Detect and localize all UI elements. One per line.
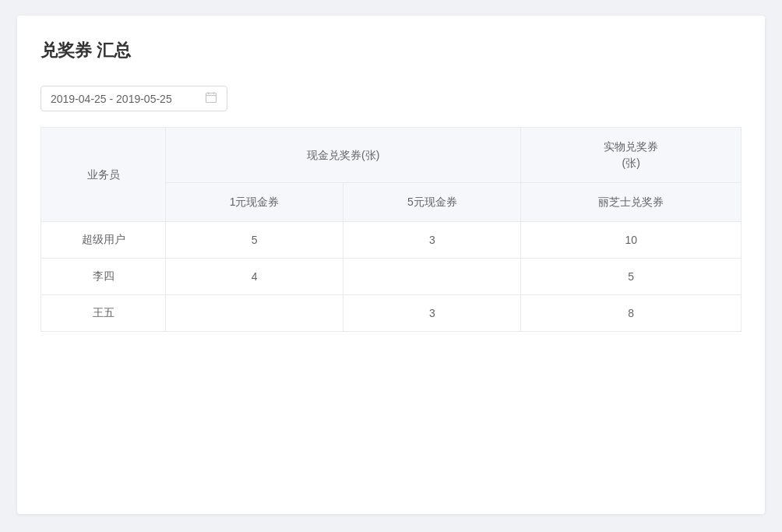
cell-1yuan: 5 xyxy=(166,222,343,259)
date-picker-text: 2019-04-25 - 2019-05-25 xyxy=(51,93,172,105)
summary-table: 业务员 现金兑奖券(张) 实物兑奖券 (张) 1元现金券 5元现金券 丽芝士兑奖… xyxy=(41,127,741,332)
header-col5-yuan: 5元现金券 xyxy=(343,183,521,222)
cell-5yuan: 3 xyxy=(343,295,521,332)
svg-rect-0 xyxy=(206,93,217,103)
header-col1-yuan: 1元现金券 xyxy=(166,183,343,222)
cell-lizhi: 10 xyxy=(521,222,741,259)
date-picker[interactable]: 2019-04-25 - 2019-05-25 xyxy=(41,86,227,111)
date-picker-wrapper: 2019-04-25 - 2019-05-25 xyxy=(41,86,741,111)
cell-salesperson: 王五 xyxy=(41,295,166,332)
table-row: 李四45 xyxy=(41,259,741,295)
table-row: 超级用户5310 xyxy=(41,222,741,259)
cell-1yuan xyxy=(166,295,343,332)
cell-5yuan xyxy=(343,259,521,295)
cell-1yuan: 4 xyxy=(166,259,343,295)
page-container: 兑奖券 汇总 2019-04-25 - 2019-05-25 业务员 现金兑奖券… xyxy=(17,16,765,514)
header-col-lizhi: 丽芝士兑奖券 xyxy=(521,183,741,222)
header-cash-group: 现金兑奖券(张) xyxy=(166,128,521,183)
cell-salesperson: 超级用户 xyxy=(41,222,166,259)
header-salesperson: 业务员 xyxy=(41,128,166,222)
table-row: 王五38 xyxy=(41,295,741,332)
calendar-icon xyxy=(205,91,217,106)
cell-lizhi: 5 xyxy=(521,259,741,295)
cell-5yuan: 3 xyxy=(343,222,521,259)
cell-lizhi: 8 xyxy=(521,295,741,332)
cell-salesperson: 李四 xyxy=(41,259,166,295)
header-physical-group: 实物兑奖券 (张) xyxy=(521,128,741,183)
page-title: 兑奖券 汇总 xyxy=(41,39,741,62)
